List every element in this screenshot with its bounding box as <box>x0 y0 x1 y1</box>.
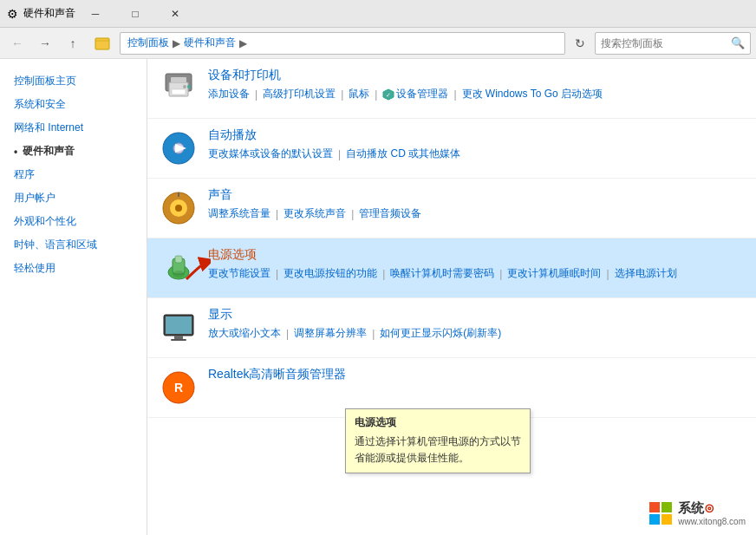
section-autoplay-content: 自动播放 更改媒体或设备的默认设置 | 自动播放 CD 或其他媒体 <box>208 127 742 161</box>
sidebar-item-label: 控制面板主页 <box>14 74 76 88</box>
section-realtek-content: Realtek高清晰音频管理器 <box>208 367 742 386</box>
section-realtek-title[interactable]: Realtek高清晰音频管理器 <box>208 367 742 382</box>
sidebar-item-label: 用户帐户 <box>14 191 55 206</box>
sidebar-item-system[interactable]: 系统和安全 <box>0 93 147 116</box>
close-button[interactable]: ✕ <box>155 0 195 28</box>
link-advanced-print[interactable]: 高级打印机设置 <box>263 87 336 101</box>
watermark-text: 系统⊙ <box>678 500 746 517</box>
svg-rect-30 <box>662 514 672 525</box>
section-sound: 声音 调整系统音量 | 更改系统声音 | 管理音频设备 <box>147 179 756 238</box>
section-power-title[interactable]: 电源选项 <box>208 247 742 263</box>
section-sound-title[interactable]: 声音 <box>208 187 742 203</box>
autoplay-icon <box>158 127 199 169</box>
svg-rect-24 <box>171 339 186 341</box>
tooltip-body: 通过选择计算机管理电源的方式以节省能源或提供最佳性能。 <box>355 434 521 466</box>
sidebar-item-ease[interactable]: 轻松使用 <box>0 257 147 280</box>
section-autoplay-title[interactable]: 自动播放 <box>208 127 742 143</box>
link-manage-audio[interactable]: 管理音频设备 <box>359 206 421 221</box>
section-display-links: 放大或缩小文本 | 调整屏幕分辨率 | 如何更正显示闪烁(刷新率) <box>208 326 742 341</box>
sidebar-item-network[interactable]: 网络和 Internet <box>0 116 147 140</box>
forward-button[interactable]: → <box>33 31 57 55</box>
section-printer-content: 设备和打印机 添加设备 | 高级打印机设置 | 鼠标 | ✓ 设备管理器 | 更… <box>208 68 742 101</box>
content-area: 设备和打印机 添加设备 | 高级打印机设置 | 鼠标 | ✓ 设备管理器 | 更… <box>147 59 756 535</box>
search-input[interactable] <box>601 37 731 49</box>
sidebar-item-label: 轻松使用 <box>14 261 55 276</box>
link-device-manager[interactable]: ✓ 设备管理器 <box>382 87 448 101</box>
realtek-icon: R <box>158 367 199 408</box>
link-autoplay-cd[interactable]: 自动播放 CD 或其他媒体 <box>346 147 460 161</box>
refresh-button[interactable]: ↻ <box>569 32 591 55</box>
svg-text:R: R <box>174 381 183 395</box>
search-icon: 🔍 <box>731 36 745 49</box>
address-path[interactable]: 控制面板 ▶ 硬件和声音 ▶ <box>120 32 565 55</box>
svg-point-14 <box>175 205 182 212</box>
title-bar-icon: ⚙ <box>7 7 18 21</box>
link-default-media[interactable]: 更改媒体或设备的默认设置 <box>208 147 333 161</box>
sidebar-item-hardware[interactable]: 硬件和声音 <box>0 140 147 163</box>
link-change-sound[interactable]: 更改系统声音 <box>284 206 346 221</box>
link-resolution[interactable]: 调整屏幕分辨率 <box>294 326 367 341</box>
sound-icon <box>158 187 199 229</box>
watermark: 系统⊙ www.xitong8.com <box>648 500 746 526</box>
sidebar-item-label: 系统和安全 <box>14 97 66 112</box>
section-display-content: 显示 放大或缩小文本 | 调整屏幕分辨率 | 如何更正显示闪烁(刷新率) <box>208 307 742 341</box>
section-printer-title[interactable]: 设备和打印机 <box>208 68 742 83</box>
link-sleep-time[interactable]: 更改计算机睡眠时间 <box>507 266 601 281</box>
up-button[interactable]: ↑ <box>61 31 85 55</box>
section-printer: 设备和打印机 添加设备 | 高级打印机设置 | 鼠标 | ✓ 设备管理器 | 更… <box>147 59 756 119</box>
svg-point-6 <box>187 85 191 88</box>
display-icon <box>158 307 199 349</box>
svg-rect-28 <box>662 502 672 512</box>
link-wake-password[interactable]: 唤醒计算机时需要密码 <box>390 266 494 281</box>
link-mouse[interactable]: 鼠标 <box>349 87 369 101</box>
sidebar-item-home[interactable]: 控制面板主页 <box>0 69 147 93</box>
svg-rect-4 <box>171 77 186 82</box>
link-power-plan[interactable]: 选择电源计划 <box>615 266 677 281</box>
svg-rect-5 <box>172 89 186 95</box>
link-power-button[interactable]: 更改电源按钮的功能 <box>284 266 377 281</box>
link-power-settings[interactable]: 更改节能设置 <box>208 266 270 281</box>
minimize-button[interactable]: ─ <box>75 0 115 28</box>
sidebar-item-clock[interactable]: 时钟、语言和区域 <box>0 233 147 257</box>
power-icon <box>158 247 199 289</box>
svg-point-19 <box>173 271 185 277</box>
section-display-title[interactable]: 显示 <box>208 307 742 323</box>
link-add-device[interactable]: 添加设备 <box>208 87 250 101</box>
svg-point-7 <box>183 85 186 88</box>
svg-text:✓: ✓ <box>386 92 391 98</box>
title-bar: ⚙ 硬件和声音 ─ □ ✕ <box>0 0 756 28</box>
section-display: 显示 放大或缩小文本 | 调整屏幕分辨率 | 如何更正显示闪烁(刷新率) <box>147 298 756 358</box>
search-box[interactable]: 🔍 <box>595 32 751 55</box>
section-autoplay-links: 更改媒体或设备的默认设置 | 自动播放 CD 或其他媒体 <box>208 147 742 161</box>
sidebar-item-users[interactable]: 用户帐户 <box>0 186 147 210</box>
section-power: 电源选项 更改节能设置 | 更改电源按钮的功能 | 唤醒计算机时需要密码 | 更… <box>147 238 756 298</box>
watermark-url: www.xitong8.com <box>678 517 746 526</box>
path-root[interactable]: 控制面板 <box>127 36 169 50</box>
svg-rect-29 <box>649 514 660 525</box>
sidebar-item-label: 硬件和声音 <box>23 144 75 159</box>
back-button[interactable]: ← <box>5 31 29 55</box>
title-bar-buttons: ─ □ ✕ <box>75 0 195 28</box>
windows-logo <box>648 501 673 525</box>
path-icon <box>90 31 114 55</box>
svg-rect-27 <box>649 502 660 512</box>
link-flicker[interactable]: 如何更正显示闪烁(刷新率) <box>380 326 501 341</box>
svg-rect-1 <box>95 40 109 42</box>
link-magnify[interactable]: 放大或缩小文本 <box>208 326 281 341</box>
sidebar-item-appearance[interactable]: 外观和个性化 <box>0 210 147 233</box>
svg-rect-22 <box>166 316 192 334</box>
maximize-button[interactable]: □ <box>115 0 155 28</box>
sidebar: 控制面板主页 系统和安全 网络和 Internet 硬件和声音 程序 用户帐户 … <box>0 59 147 535</box>
link-win-go[interactable]: 更改 Windows To Go 启动选项 <box>462 87 603 101</box>
svg-rect-23 <box>174 336 183 339</box>
path-current[interactable]: 硬件和声音 <box>184 36 236 50</box>
sidebar-item-programs[interactable]: 程序 <box>0 163 147 186</box>
svg-rect-18 <box>175 256 182 263</box>
tooltip-box: 电源选项 通过选择计算机管理电源的方式以节省能源或提供最佳性能。 <box>345 408 531 473</box>
main-container: 控制面板主页 系统和安全 网络和 Internet 硬件和声音 程序 用户帐户 … <box>0 59 756 535</box>
tooltip-title: 电源选项 <box>355 414 521 431</box>
section-sound-links: 调整系统音量 | 更改系统声音 | 管理音频设备 <box>208 206 742 221</box>
printer-icon <box>158 68 199 109</box>
section-printer-links: 添加设备 | 高级打印机设置 | 鼠标 | ✓ 设备管理器 | 更改 Windo… <box>208 87 742 101</box>
link-adjust-volume[interactable]: 调整系统音量 <box>208 206 270 221</box>
